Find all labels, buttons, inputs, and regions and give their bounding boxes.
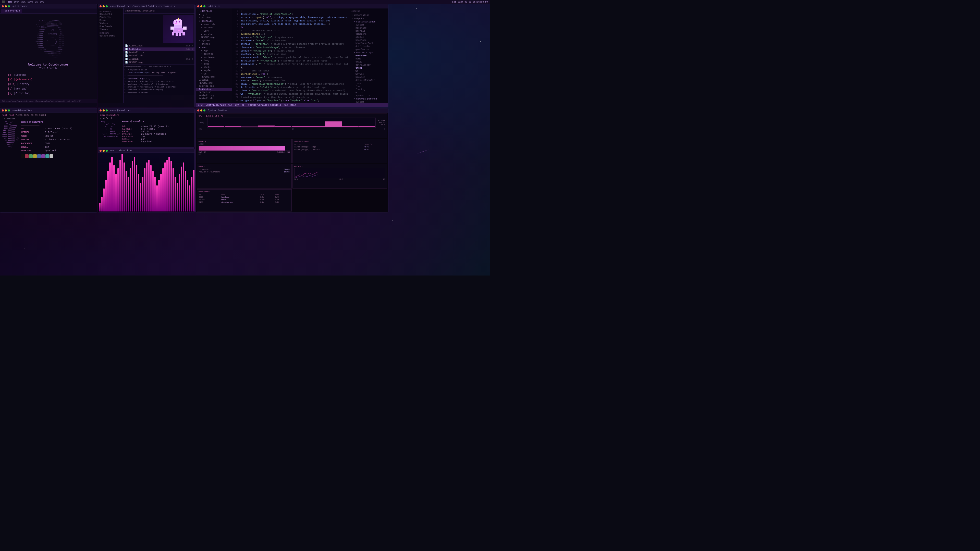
maximize-button[interactable]	[106, 110, 108, 111]
svg-rect-16	[178, 30, 180, 31]
tree-readme-root[interactable]: README.org	[196, 82, 232, 85]
tree-hardware[interactable]: ▸ hardware	[196, 56, 232, 59]
fm-sidebar-external[interactable]: octave-work-	[98, 35, 123, 38]
tree-themes[interactable]: ▸ themes	[196, 42, 232, 46]
proc-row-2: 559631 emacs 0.2% 0.7%	[199, 198, 290, 201]
memory-100: 100%|	[199, 143, 290, 145]
viz-bar	[164, 162, 166, 211]
close-button[interactable]	[2, 110, 4, 111]
svg-rect-6	[176, 21, 177, 22]
close-button[interactable]	[197, 5, 199, 7]
tree-flake-nix[interactable]: flake.nix	[196, 88, 232, 91]
viz-bar	[127, 177, 129, 211]
tree-personal[interactable]: ▸ personal	[196, 26, 232, 29]
disk-size-1: 504GB	[270, 168, 290, 171]
tree-dotfiles-root[interactable]: ▾ .dotfiles	[196, 10, 232, 13]
qute-menu-search[interactable]: [o] [Search]	[8, 73, 89, 78]
nf-uptime-value: 21 hours 7 minutes	[141, 133, 166, 135]
minimize-button[interactable]	[200, 110, 202, 111]
tree-user[interactable]: ▾ user	[196, 46, 232, 49]
fm-sidebar-documents[interactable]: Documents	[98, 13, 123, 16]
close-button[interactable]	[100, 110, 102, 111]
tree-readme-profiles[interactable]: README.org	[196, 36, 232, 39]
qute-menu-quickmarks[interactable]: [b] [Quickmarks]	[8, 78, 89, 82]
qute-window-title: qutebrowser	[13, 5, 95, 8]
tree-system[interactable]: ▸ system	[196, 39, 232, 42]
viz-bar	[166, 160, 168, 211]
fm-file-installsh[interactable]: 📄 install.sh	[124, 54, 194, 57]
tree-homelab[interactable]: ▸ home lab	[196, 23, 232, 26]
ascii-art-logo: . . . . .. ..:::.. . . . . ..:::+++++::.…	[33, 17, 64, 60]
fm-file-license[interactable]: 📄 LICENSE 34.2 K	[124, 57, 194, 61]
qute-menu-history[interactable]: [S h] [History]	[8, 82, 89, 87]
minimize-button[interactable]	[5, 110, 7, 111]
fm-sidebar-pictures[interactable]: Pictures	[98, 16, 123, 19]
maximize-button[interactable]	[204, 5, 205, 7]
neofetch-cmd: ~ distfetch	[2, 118, 95, 120]
minimize-button[interactable]	[200, 5, 202, 7]
neofetch-kernel-key: KERNEL	[21, 130, 41, 134]
memory-label: Memory	[199, 140, 290, 143]
minimize-button[interactable]	[103, 110, 105, 111]
minimize-button[interactable]	[103, 5, 105, 7]
tree-wm[interactable]: ▸ wm	[196, 72, 232, 76]
tree-pkgs[interactable]: ▸ pkgs	[196, 62, 232, 65]
tree-lang[interactable]: ▸ lang	[196, 59, 232, 62]
disks-section: Disks /dev/dm-0 / 504GB /dev/dm-0 /nix/s…	[197, 164, 292, 189]
fm-sidebar-themes[interactable]: Themes	[98, 28, 123, 31]
close-button[interactable]	[197, 110, 199, 111]
neofetch-uptime-key: UPTIME	[21, 138, 41, 141]
fm-file-flakelock[interactable]: 📄 flake.lock 27.5 K	[124, 44, 194, 48]
distro-ascii-art: \\ // \\ // ::::::###### :::: ###### :::…	[2, 121, 19, 158]
tree-readme-user[interactable]: README.org	[196, 76, 232, 79]
nf-pkg-row: PACKAGES:3577	[122, 135, 169, 138]
nix-outline-panel: OUTLINE ▾ description ▾ outputs ▾ system…	[350, 8, 388, 103]
memory-bar-bg	[199, 146, 290, 151]
maximize-button[interactable]	[8, 5, 10, 7]
proc-name-1: Hyprland	[221, 196, 259, 198]
qute-tab-active[interactable]: Tech Profile	[1, 9, 22, 13]
close-button[interactable]	[100, 150, 102, 152]
qute-menu-newtab[interactable]: [t] [New tab]	[8, 87, 89, 91]
fm-sidebar-videos[interactable]: Videos	[98, 22, 123, 25]
tree-git[interactable]: ▸ .git	[196, 13, 232, 16]
tree-profiles[interactable]: ▾ profiles	[196, 19, 232, 23]
tree-desktop-png[interactable]: desktop.png	[196, 85, 232, 88]
tree-desktop[interactable]: ▸ desktop	[196, 52, 232, 56]
maximize-button[interactable]	[8, 110, 10, 111]
viz-bar	[105, 180, 107, 211]
svg-rect-10	[176, 32, 178, 36]
minimize-button[interactable]	[103, 150, 105, 152]
tree-harden[interactable]: harden.sh	[196, 91, 232, 94]
tree-style[interactable]: ▸ style	[196, 69, 232, 72]
tree-install-sh[interactable]: install.sh	[196, 97, 232, 100]
tree-work[interactable]: ▸ work	[196, 29, 232, 33]
maximize-button[interactable]	[106, 150, 108, 152]
network-graph	[294, 168, 386, 178]
neofetch-desktop-val: hyprland	[45, 149, 56, 152]
qute-menu-closetab[interactable]: [x] [Close tab]	[8, 91, 89, 96]
tree-license-file[interactable]: LICENSE	[196, 79, 232, 82]
tree-install-org[interactable]: install.org	[196, 94, 232, 97]
maximize-button[interactable]	[106, 5, 108, 7]
fm-sidebar-downloads[interactable]: Downloads	[98, 25, 123, 28]
topbar-time: Sat 2024-03-09 05:06:00 PM	[452, 1, 488, 3]
tree-patches[interactable]: ▸ patches	[196, 16, 232, 19]
tree-app[interactable]: ▸ app	[196, 49, 232, 52]
tree-worklab[interactable]: ▸ worklab	[196, 33, 232, 36]
fm-file-readme[interactable]: 📄 README.org	[124, 61, 194, 64]
maximize-button[interactable]	[204, 110, 205, 111]
fm-titlebar: emmet@snowfire: /home/emmet/.dotfiles/fl…	[98, 4, 194, 8]
nf-label: UPTIME:	[122, 133, 140, 135]
fm-file-installnix[interactable]: 📄 install.nix	[124, 51, 194, 54]
close-button[interactable]	[100, 5, 102, 7]
topbar-right: Sat 2024-03-09 05:06:00 PM	[452, 1, 490, 3]
cpu-bar-area: 100%|	[199, 118, 385, 128]
minimize-button[interactable]	[5, 5, 7, 7]
fm-sidebar-music[interactable]: Music	[98, 19, 123, 22]
viz-bar	[126, 171, 127, 211]
disk-row-1: /dev/dm-0 / 504GB	[199, 168, 290, 171]
tree-shell[interactable]: ▸ shell	[196, 65, 232, 69]
fm-file-flakenix[interactable]: 📄 flake.nix 2.26 K	[124, 48, 194, 51]
close-button[interactable]	[2, 5, 4, 7]
